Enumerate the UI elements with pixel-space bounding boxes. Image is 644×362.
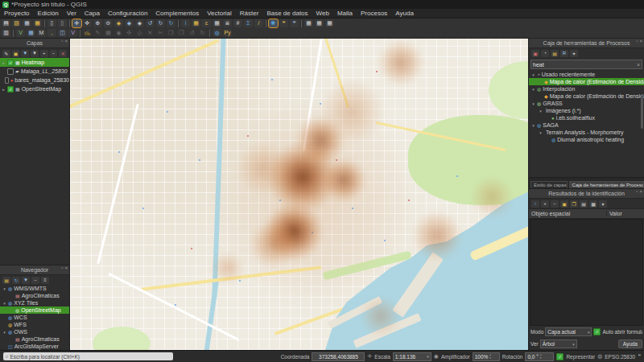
mesh-transform-icon[interactable]: ▦ bbox=[315, 19, 324, 27]
scrollbar[interactable] bbox=[641, 95, 643, 129]
browser-item-ows[interactable]: ▾ ◍ OWS bbox=[0, 328, 69, 335]
browser-properties-icon[interactable]: ≡ bbox=[41, 277, 49, 284]
toggle-editing-icon[interactable]: ✎ bbox=[93, 29, 102, 37]
layer-openstreetmap[interactable]: ▸ ✓ ▦ OpenStreetMap bbox=[0, 84, 69, 93]
label-options-icon[interactable]: ❝ bbox=[279, 19, 288, 27]
proc-diurnal-heating[interactable]: ◍ Diurnal anisotropic heating bbox=[529, 136, 644, 143]
measure-icon[interactable]: / bbox=[254, 19, 263, 27]
menu-raster[interactable]: Ráster bbox=[236, 9, 263, 18]
open-project-icon[interactable]: ▨ bbox=[12, 19, 21, 27]
expand-icon[interactable]: ▾ bbox=[2, 301, 6, 306]
expand-all-icon[interactable]: + bbox=[40, 50, 48, 57]
vertex-tool-icon[interactable]: ◇ bbox=[135, 29, 144, 37]
scale-combobox[interactable]: 1:18.136▾ bbox=[393, 352, 431, 361]
zoom-full-icon[interactable]: ◈ bbox=[114, 19, 123, 27]
menu-ayuda[interactable]: Ayuda bbox=[391, 9, 418, 18]
map-canvas[interactable] bbox=[70, 39, 528, 350]
processing-search-input[interactable] bbox=[531, 62, 637, 68]
auto-open-checkbox[interactable]: ✓ bbox=[593, 328, 601, 335]
rotation-field[interactable]: 0,0 °▴▾ bbox=[525, 352, 554, 361]
messages-icon[interactable]: ❝ bbox=[638, 353, 641, 360]
field-calculator-icon[interactable]: # bbox=[233, 19, 242, 27]
proc-grass-group[interactable]: ▾ ◍ GRASS bbox=[529, 100, 644, 107]
zoom-last-icon[interactable]: ↺ bbox=[146, 19, 155, 27]
help-button[interactable]: Ayuda bbox=[618, 339, 642, 348]
identify-expand-icon[interactable]: + bbox=[541, 200, 549, 208]
filter-browser-icon[interactable]: ▼ bbox=[22, 277, 30, 284]
magnifier-field[interactable]: 100%▴▾ bbox=[473, 352, 500, 361]
menu-vectorial[interactable]: Vectorial bbox=[203, 9, 236, 18]
add-vector-layer-icon[interactable]: V bbox=[16, 29, 25, 37]
magnifier-lock-icon[interactable]: ◉ bbox=[434, 353, 439, 360]
close-panel-icon[interactable]: × bbox=[64, 265, 68, 270]
copy-features-icon[interactable]: ❐ bbox=[167, 29, 175, 37]
add-delimited-text-icon[interactable]: , bbox=[47, 29, 56, 37]
menu-capa[interactable]: Capa bbox=[80, 9, 104, 18]
browser-item-xyz[interactable]: ▾ ◍ XYZ Tiles bbox=[0, 299, 69, 306]
tab-estilo-de-capas[interactable]: Estilo de capas bbox=[530, 181, 568, 188]
clear-search-icon[interactable]: × bbox=[637, 62, 642, 68]
browser-item-openstreetmap[interactable]: ◍ OpenStreetMap bbox=[0, 306, 69, 314]
close-panel-icon[interactable]: × bbox=[639, 189, 642, 194]
proc-recent-group[interactable]: ▾ ◔ Usado recientemente bbox=[529, 71, 644, 78]
mesh-calculator-icon[interactable]: ▦ bbox=[325, 19, 334, 27]
processing-r-scripts-icon[interactable]: R bbox=[560, 50, 568, 57]
save-project-as-icon[interactable]: ▦ bbox=[33, 19, 42, 27]
zoom-to-layer-icon[interactable]: ◈ bbox=[135, 19, 144, 27]
expand-icon[interactable]: ▾ bbox=[531, 123, 535, 128]
browser-item-agroclimaticas[interactable]: ▤ AgroClimaticas bbox=[0, 292, 69, 299]
redo-icon[interactable]: ↻ bbox=[198, 29, 207, 37]
float-panel-icon[interactable]: ▫ bbox=[61, 39, 63, 43]
add-postgis-layer-icon[interactable]: ◫ bbox=[58, 29, 67, 37]
layer-visibility-checkbox[interactable] bbox=[5, 77, 9, 84]
refresh-map-icon[interactable]: ↻ bbox=[167, 19, 175, 27]
delete-selected-icon[interactable]: ✕ bbox=[146, 29, 155, 37]
collapse-browser-icon[interactable]: − bbox=[31, 277, 39, 284]
identify-tool-icon[interactable]: i bbox=[531, 200, 539, 208]
processing-models-icon[interactable]: ▣ bbox=[531, 50, 539, 57]
add-group-icon[interactable]: ▣ bbox=[12, 50, 20, 57]
add-mesh-layer-icon[interactable]: M bbox=[37, 29, 46, 37]
identify-settings-icon[interactable]: ▾ bbox=[599, 200, 607, 208]
cut-features-icon[interactable]: ✂ bbox=[156, 29, 165, 37]
extents-toggle-icon[interactable]: ✛ bbox=[367, 353, 372, 360]
menu-web[interactable]: Web bbox=[312, 9, 333, 18]
select-features-icon[interactable]: ▦ bbox=[192, 19, 200, 27]
proc-terrain-analysis[interactable]: ▾ Terrain Analysis - Morphometry bbox=[529, 129, 644, 136]
expand-icon[interactable]: ▸ bbox=[2, 60, 6, 65]
layer-heatmap[interactable]: ▸ ✓ ▦ Heatmap bbox=[0, 58, 69, 67]
browser-item-agroclimaticas-2[interactable]: ▤ AgroClimaticas bbox=[0, 335, 69, 343]
filter-legend-icon[interactable]: ▼ bbox=[21, 50, 29, 57]
pan-to-selection-icon[interactable]: ✜ bbox=[83, 19, 92, 27]
expand-icon[interactable]: ▾ bbox=[531, 72, 535, 77]
paste-features-icon[interactable]: ❒ bbox=[177, 29, 186, 37]
undo-icon[interactable]: ↺ bbox=[188, 29, 196, 37]
mode-dropdown[interactable]: Capa actual▾ bbox=[545, 327, 592, 336]
add-selected-layers-icon[interactable]: ▤ bbox=[2, 277, 10, 284]
select-by-expression-icon[interactable]: ε bbox=[202, 19, 211, 27]
browser-item-wms[interactable]: ▾ ◍ WMS/WMTS bbox=[0, 285, 69, 292]
attribute-table-icon[interactable]: ≣ bbox=[223, 19, 232, 27]
collapse-all-icon[interactable]: − bbox=[50, 50, 58, 57]
menu-base-de-datos[interactable]: Base de datos bbox=[262, 9, 312, 18]
zoom-next-icon[interactable]: ↻ bbox=[156, 19, 165, 27]
remove-layer-icon[interactable]: ✕ bbox=[59, 50, 67, 57]
identify-save-icon[interactable]: ▦ bbox=[589, 200, 597, 208]
browser-item-wcs[interactable]: ◍ WCS bbox=[0, 314, 69, 321]
save-project-icon[interactable]: ▦ bbox=[23, 19, 31, 27]
filter-expression-icon[interactable]: ▼ bbox=[31, 50, 39, 57]
python-console-icon[interactable]: Py bbox=[223, 29, 232, 37]
expand-icon[interactable]: ▾ bbox=[539, 109, 543, 113]
expand-icon[interactable]: ▾ bbox=[531, 101, 535, 106]
save-edits-icon[interactable]: ▦ bbox=[104, 29, 113, 37]
layer-labeling-icon[interactable]: ❝ bbox=[290, 19, 299, 27]
menu-procesos[interactable]: Procesos bbox=[357, 9, 391, 18]
proc-heatmap-interp[interactable]: ◆ Mapa de calor (Estimación de Densidad … bbox=[529, 93, 644, 100]
expand-icon[interactable]: ▾ bbox=[531, 87, 535, 92]
identify-features-icon[interactable]: i bbox=[181, 19, 190, 27]
close-panel-icon[interactable]: × bbox=[639, 39, 642, 43]
layout-manager-icon[interactable]: ▯ bbox=[58, 19, 67, 27]
spinner-icon[interactable]: ▴▾ bbox=[489, 353, 491, 360]
expand-icon[interactable]: ▾ bbox=[539, 130, 543, 135]
mesh-digitizing-icon[interactable]: ▦ bbox=[304, 19, 313, 27]
